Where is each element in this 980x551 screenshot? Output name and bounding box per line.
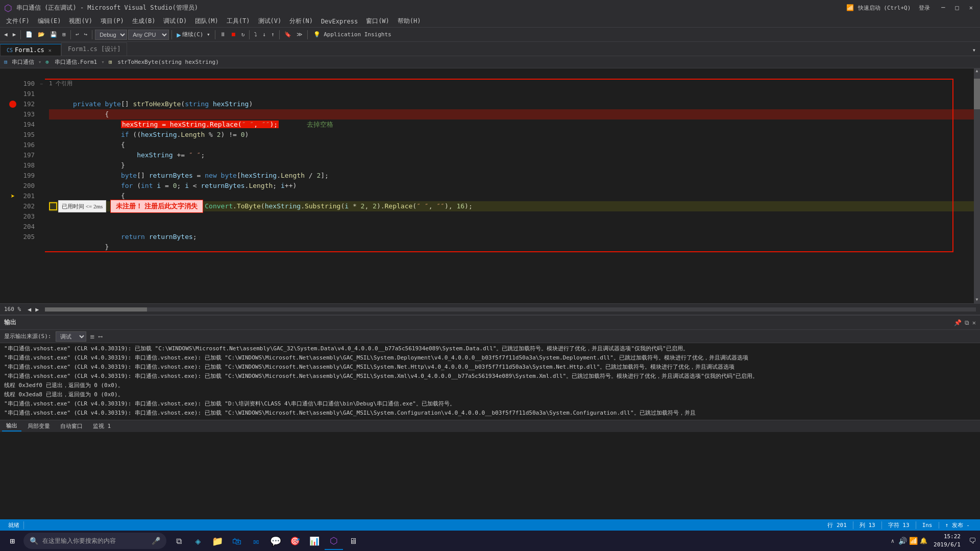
- minimize-btn[interactable]: ─: [938, 4, 948, 11]
- float-btn[interactable]: ⧉: [965, 319, 969, 326]
- scroll-top-btn[interactable]: ▲: [974, 68, 980, 75]
- tb-taskview[interactable]: ⧉: [169, 532, 188, 550]
- word-wrap-btn[interactable]: ⟷: [99, 333, 102, 340]
- redo-btn[interactable]: ↪: [82, 30, 90, 39]
- breadcrumb-project[interactable]: 串口通信: [12, 58, 34, 66]
- app-insights-btn[interactable]: 💡 Application Insights: [310, 30, 395, 39]
- taskbar-app-app6[interactable]: 🎯: [286, 532, 304, 550]
- status-publish[interactable]: ↑ 发布 -: [939, 521, 976, 529]
- code-line-192: hexString = hexString.Replace(″ ″, ″″); …: [49, 109, 974, 119]
- tab-form1-design[interactable]: Form1.cs [设计]: [61, 42, 127, 56]
- menu-analyze[interactable]: 分析(N): [285, 16, 317, 27]
- code-line-190: private byte[] strToHexByte(string hexSt…: [49, 89, 974, 99]
- network-tray-icon: 🔊: [898, 537, 907, 545]
- menu-build[interactable]: 生成(B): [128, 16, 160, 27]
- save-all-btn[interactable]: ⊞: [60, 30, 68, 39]
- search-bar[interactable]: 🔍 在这里输入你要搜索的内容 🎤: [23, 533, 166, 549]
- status-char: 字符 13: [882, 521, 916, 529]
- output-source-select[interactable]: 调试: [56, 331, 86, 342]
- menu-team[interactable]: 团队(M): [191, 16, 223, 27]
- undo-btn[interactable]: ↩: [74, 30, 81, 39]
- inline-time-tooltip: 已用时间 <= 2ms: [58, 200, 106, 212]
- step-into-btn[interactable]: ↓: [260, 30, 268, 39]
- step-over-btn[interactable]: ⤵: [252, 30, 259, 39]
- taskbar-app-app7[interactable]: 📊: [305, 532, 324, 550]
- btab-watch[interactable]: 监视 1: [89, 421, 115, 431]
- tab-close-btn[interactable]: ✕: [48, 47, 52, 53]
- bookmark-btn[interactable]: 🔖: [282, 30, 293, 39]
- close-panel-btn[interactable]: ✕: [972, 319, 976, 326]
- fold-190[interactable]: −: [40, 81, 43, 87]
- menu-file[interactable]: 文件(F): [2, 16, 34, 27]
- menu-edit[interactable]: 编辑(E): [34, 16, 65, 27]
- taskbar-app-email[interactable]: ✉: [247, 532, 265, 550]
- taskbar-app-store[interactable]: 🛍: [228, 532, 246, 550]
- restart-btn[interactable]: ↻: [239, 30, 247, 39]
- clear-output-btn[interactable]: ≡: [90, 332, 94, 341]
- notifications-btn[interactable]: 🗨: [967, 537, 978, 545]
- open-btn[interactable]: 📂: [36, 30, 47, 39]
- mic-icon[interactable]: 🎤: [152, 537, 160, 545]
- forward-btn[interactable]: ▶: [11, 30, 18, 39]
- menu-debug[interactable]: 调试(D): [159, 16, 191, 27]
- save-btn[interactable]: 💾: [48, 30, 59, 39]
- tab-dropdown-arrow[interactable]: ▾: [968, 44, 980, 56]
- menu-view[interactable]: 视图(V): [65, 16, 96, 27]
- pause-btn[interactable]: ⏸: [218, 30, 228, 39]
- back-btn[interactable]: ◀: [2, 30, 10, 39]
- title-text: 串口通信 (正在调试) - Microsoft Visual Studio(管理…: [16, 4, 198, 12]
- menu-help[interactable]: 帮助(H): [394, 16, 425, 27]
- continue-btn[interactable]: ▶ 继续(C) ▾: [175, 30, 212, 40]
- taskbar-app-edge[interactable]: ◈: [189, 532, 207, 550]
- btab-locals[interactable]: 局部变量: [23, 421, 54, 431]
- volume-icon[interactable]: 📶: [909, 537, 918, 545]
- taskbar-app-skype[interactable]: 💬: [266, 532, 285, 550]
- maximize-btn[interactable]: □: [952, 4, 962, 11]
- output-content[interactable]: "串口通信.vshost.exe" (CLR v4.0.30319): 已加载 …: [0, 343, 980, 420]
- zoom-decrease[interactable]: ◀: [26, 306, 33, 313]
- start-btn[interactable]: ⊞: [2, 531, 22, 551]
- debug-mode-dropdown[interactable]: Debug: [95, 30, 127, 40]
- output-toolbar: 显示输出来源(S): 调试 ≡ ⟷: [0, 330, 980, 343]
- code-line-197: byte[] returnBytes = new byte[hexString.…: [49, 160, 974, 171]
- tray-arrow[interactable]: ∧: [889, 538, 896, 544]
- platform-dropdown[interactable]: Any CPU: [128, 30, 169, 40]
- scroll-bottom-btn[interactable]: ▼: [974, 297, 980, 303]
- breadcrumb-icon: ⊞: [4, 59, 8, 65]
- output-line-8: "串口通信.vshost.exe" (CLR v4.0.30319): 串口通信…: [4, 409, 976, 418]
- more-btns[interactable]: ≫: [295, 30, 305, 39]
- btab-output[interactable]: 输出: [2, 421, 21, 432]
- breakpoint-192[interactable]: [9, 101, 16, 108]
- new-file-btn[interactable]: 📄: [23, 30, 35, 39]
- btab-auto[interactable]: 自动窗口: [56, 421, 87, 431]
- menu-test[interactable]: 测试(V): [254, 16, 286, 27]
- zoom-increase[interactable]: ▶: [33, 306, 41, 313]
- code-line-201: 已用时间 <= 2ms 未注册！ 注册后此文字消失: [49, 201, 974, 211]
- close-btn[interactable]: ✕: [966, 4, 976, 11]
- taskbar-app-vsicon[interactable]: ⬡: [325, 532, 343, 550]
- menu-window[interactable]: 窗口(W): [362, 16, 394, 27]
- code-line-202: [49, 211, 974, 222]
- line-201-indent: [49, 202, 57, 210]
- step-out-btn[interactable]: ↑: [269, 30, 277, 39]
- clock[interactable]: 15:22 2019/6/1: [929, 533, 965, 549]
- store-icon: 🛍: [232, 536, 241, 546]
- menu-project[interactable]: 项目(P): [96, 16, 128, 27]
- code-content[interactable]: 1 个引用 private byte[] strToHexByte(string…: [45, 68, 974, 303]
- h-scrollbar[interactable]: [45, 307, 976, 312]
- pin-btn[interactable]: 📌: [954, 319, 962, 326]
- breadcrumb-sep2: ▾: [101, 59, 105, 65]
- login-btn[interactable]: 登录: [915, 4, 934, 12]
- vertical-scrollbar[interactable]: ▲ ▼: [974, 68, 980, 303]
- windows-icon: ⊞: [10, 536, 15, 546]
- menu-tools[interactable]: 工具(T): [223, 16, 254, 27]
- vs-icon: ⬡: [330, 535, 338, 546]
- taskbar-app-folder[interactable]: 📁: [208, 532, 227, 550]
- menu-devexpress[interactable]: DevExpress: [317, 17, 362, 26]
- taskbar-app-app9[interactable]: 🖥: [344, 532, 362, 550]
- breadcrumb-class[interactable]: ⊕ 串口通信.Form1: [45, 58, 97, 66]
- stop-btn[interactable]: ⏹: [229, 30, 238, 39]
- tab-form1-cs[interactable]: CS Form1.cs ✕: [0, 44, 61, 56]
- breadcrumb-method[interactable]: ⊞ strToHexByte(string hexString): [109, 59, 219, 65]
- current-line-arrow: ➤: [11, 192, 15, 200]
